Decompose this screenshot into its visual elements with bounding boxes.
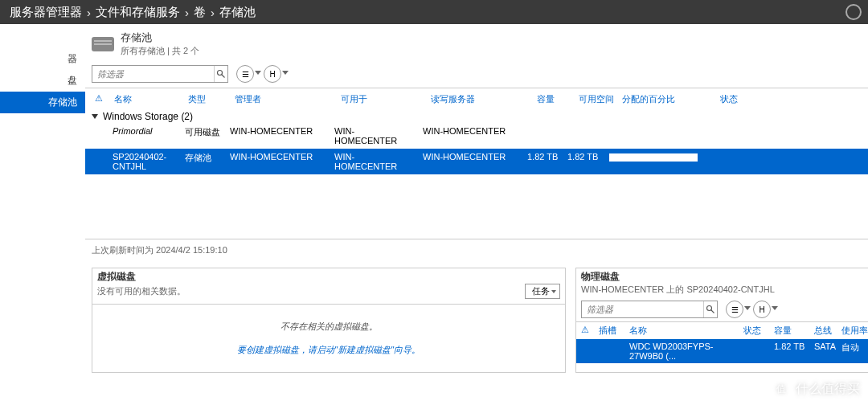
col-type[interactable]: 类型 bbox=[185, 92, 230, 107]
cell-mgr: WIN-HOMECENTER bbox=[227, 150, 331, 173]
cell-type: 存储池 bbox=[182, 150, 227, 173]
virtual-disks-panel: 虚拟磁盘 没有可用的相关数据。 任务 不存在相关的虚拟磁盘。 要创建虚拟磁盘，请… bbox=[92, 268, 566, 373]
pd-col-usage[interactable]: 使用率 bbox=[841, 325, 868, 337]
svg-line-1 bbox=[222, 75, 225, 78]
vd-title: 虚拟磁盘 bbox=[97, 270, 560, 284]
col-manager[interactable]: 管理者 bbox=[231, 92, 336, 107]
watermark-text: 什么值得买 bbox=[796, 381, 860, 398]
col-free[interactable]: 可用空间 bbox=[575, 92, 617, 107]
cell-use: WIN-HOMECENTER bbox=[331, 150, 420, 173]
pd-cell-bus: SATA bbox=[814, 342, 841, 361]
svg-point-0 bbox=[218, 71, 223, 76]
pool-row-selected[interactable]: SP20240402-CNTJHL 存储池 WIN-HOMECENTER WIN… bbox=[85, 149, 868, 174]
section-subtitle: 所有存储池 | 共 2 个 bbox=[121, 45, 199, 57]
breadcrumb: 服务器管理器 › 文件和存储服务 › 卷 › 存储池 bbox=[10, 5, 256, 20]
filter-options-icon[interactable]: H bbox=[264, 65, 281, 83]
svg-point-2 bbox=[707, 306, 712, 311]
col-capacity[interactable]: 容量 bbox=[534, 92, 574, 107]
breadcrumb-item[interactable]: 服务器管理器 bbox=[10, 5, 82, 20]
cell-cap: 1.82 TB bbox=[524, 150, 564, 173]
breadcrumb-item[interactable]: 文件和存储服务 bbox=[96, 5, 180, 20]
col-name[interactable]: 名称 bbox=[111, 92, 183, 107]
vd-subtitle: 没有可用的相关数据。 bbox=[97, 285, 186, 297]
group-label: Windows Storage (2) bbox=[103, 111, 193, 122]
cell-free: 1.82 TB bbox=[564, 150, 606, 173]
filter-box[interactable] bbox=[92, 65, 228, 83]
last-refresh: 上次刷新时间为 2024/4/2 15:19:10 bbox=[85, 239, 868, 261]
vd-empty-text: 不存在相关的虚拟磁盘。 bbox=[108, 321, 549, 333]
pool-column-headers: ⚠ 名称 类型 管理者 可用于 读写服务器 容量 可用空间 分配的百分比 状态 bbox=[85, 88, 868, 110]
cell-rw: WIN-HOMECENTER bbox=[420, 150, 524, 173]
warn-icon[interactable]: ⚠ bbox=[581, 325, 599, 337]
breadcrumb-item[interactable]: 存储池 bbox=[219, 5, 256, 20]
svg-line-3 bbox=[711, 310, 714, 313]
pd-subtitle: WIN-HOMECENTER 上的 SP20240402-CNTJHL bbox=[581, 284, 868, 296]
col-available-for[interactable]: 可用于 bbox=[338, 92, 426, 107]
cell-mgr: WIN-HOMECENTER bbox=[227, 125, 331, 147]
refresh-icon[interactable] bbox=[845, 4, 862, 20]
pd-cell-name: WDC WD2003FYPS-27W9B0 (... bbox=[629, 342, 743, 361]
view-options-icon[interactable]: ☰ bbox=[236, 65, 254, 83]
pd-cell-use: 自动 bbox=[841, 342, 868, 361]
chevron-right-icon: › bbox=[185, 6, 189, 19]
search-icon[interactable] bbox=[703, 301, 717, 317]
col-rw-server[interactable]: 读写服务器 bbox=[428, 92, 532, 107]
pd-col-name[interactable]: 名称 bbox=[629, 325, 743, 337]
pd-filter-box[interactable] bbox=[581, 301, 718, 318]
pool-toolbar: ☰ H bbox=[85, 60, 868, 88]
sidebar-item[interactable]: 盘 bbox=[0, 70, 85, 92]
storage-pool-icon bbox=[92, 37, 114, 51]
filter-options-icon[interactable]: H bbox=[753, 301, 771, 318]
allocation-bar bbox=[609, 153, 698, 162]
sidebar-item[interactable]: 器 bbox=[0, 48, 85, 70]
pd-col-status[interactable]: 状态 bbox=[743, 325, 774, 337]
col-percent[interactable]: 分配的百分比 bbox=[619, 92, 715, 107]
cell-name: SP20240402-CNTJHL bbox=[109, 150, 182, 173]
pd-cell-cap: 1.82 TB bbox=[774, 342, 814, 361]
pd-row[interactable]: WDC WD2003FYPS-27W9B0 (... 1.82 TB SATA … bbox=[576, 339, 868, 363]
pd-column-headers: ⚠ 插槽 名称 状态 容量 总线 使用率 底盘 bbox=[576, 322, 868, 339]
breadcrumb-item[interactable]: 卷 bbox=[194, 5, 206, 20]
warn-icon[interactable]: ⚠ bbox=[92, 92, 109, 107]
filter-input[interactable] bbox=[92, 69, 214, 79]
pd-col-slot[interactable]: 插槽 bbox=[599, 325, 629, 337]
group-row[interactable]: Windows Storage (2) bbox=[85, 110, 868, 123]
cell-use: WIN-HOMECENTER bbox=[331, 125, 420, 147]
pd-filter-input[interactable] bbox=[582, 305, 703, 314]
tasks-button[interactable]: 任务 bbox=[525, 284, 560, 299]
cell-name: Primordial bbox=[109, 125, 182, 147]
cell-rw: WIN-HOMECENTER bbox=[420, 125, 524, 147]
pd-col-bus[interactable]: 总线 bbox=[814, 325, 841, 337]
expand-icon[interactable] bbox=[92, 114, 98, 119]
chevron-right-icon: › bbox=[211, 6, 215, 19]
sidebar: 器 盘 存储池 bbox=[0, 24, 85, 405]
chevron-right-icon: › bbox=[87, 6, 91, 19]
main-content: 存储池 所有存储池 | 共 2 个 ☰ H ⚠ 名称 类型 管理者 可用于 读写… bbox=[85, 24, 868, 405]
sidebar-item-storage-pools[interactable]: 存储池 bbox=[0, 92, 85, 113]
view-options-icon[interactable]: ☰ bbox=[726, 301, 743, 318]
pool-row-primordial[interactable]: Primordial 可用磁盘 WIN-HOMECENTER WIN-HOMEC… bbox=[85, 123, 868, 149]
pd-col-capacity[interactable]: 容量 bbox=[774, 325, 814, 337]
search-icon[interactable] bbox=[214, 66, 227, 82]
col-status[interactable]: 状态 bbox=[717, 92, 757, 107]
watermark: 值 什么值得买 bbox=[772, 379, 860, 399]
vd-create-link[interactable]: 要创建虚拟磁盘，请启动"新建虚拟磁盘"向导。 bbox=[108, 344, 549, 356]
physical-disks-panel: 物理磁盘 WIN-HOMECENTER 上的 SP20240402-CNTJHL… bbox=[575, 268, 868, 373]
cell-type: 可用磁盘 bbox=[182, 125, 227, 147]
top-bar: 服务器管理器 › 文件和存储服务 › 卷 › 存储池 bbox=[0, 0, 868, 24]
section-title: 存储池 bbox=[121, 31, 199, 45]
pd-title: 物理磁盘 bbox=[581, 270, 868, 284]
watermark-icon: 值 bbox=[772, 379, 791, 399]
